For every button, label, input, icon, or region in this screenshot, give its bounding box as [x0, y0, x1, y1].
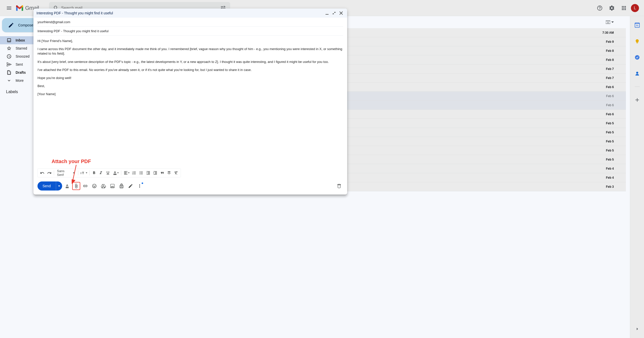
svg-rect-6: [607, 23, 609, 23]
gear-icon: [609, 5, 615, 11]
apps-icon: [621, 5, 627, 11]
bulleted-list-icon: [139, 171, 143, 175]
annotation-label: Attach your PDF: [52, 159, 91, 164]
send-button[interactable]: Send: [37, 181, 62, 191]
confidential-mode-button[interactable]: [117, 182, 126, 190]
mail-date: Feb 7: [606, 67, 622, 71]
more-options-button[interactable]: [136, 182, 144, 190]
bulleted-list-button[interactable]: [138, 169, 145, 176]
compose-body[interactable]: Hi [Your Friend's Name], I came across t…: [33, 36, 347, 168]
svg-rect-17: [66, 187, 69, 188]
contacts-icon: [635, 71, 640, 76]
insert-signature-button[interactable]: [127, 182, 135, 190]
lock-clock-icon: [119, 183, 124, 189]
font-size-icon: TT: [80, 171, 86, 175]
file-icon: [7, 70, 12, 75]
support-button[interactable]: [595, 3, 605, 13]
to-field[interactable]: yourfriend@gmail.com: [37, 18, 343, 27]
clock-icon: [7, 54, 12, 59]
underline-icon: [106, 171, 110, 175]
subject-field[interactable]: Interesting PDF - Thought you might find…: [37, 27, 343, 36]
format-toolbar: Sans Serif TT: [37, 168, 181, 177]
sidebar-item-label: Snoozed: [16, 54, 29, 58]
star-icon: [7, 46, 12, 51]
hide-panel-button[interactable]: [632, 324, 642, 334]
remove-format-button[interactable]: [173, 169, 180, 176]
svg-point-11: [635, 55, 639, 60]
keep-addon[interactable]: [632, 36, 642, 46]
indent-more-button[interactable]: [152, 169, 159, 176]
undo-button[interactable]: [39, 169, 46, 176]
sidebar-item-label: Drafts: [16, 70, 26, 74]
keyboard-icon: [606, 20, 610, 24]
compose-label: Compose: [18, 23, 33, 27]
inbox-icon: [7, 38, 12, 43]
right-side-panel: 31: [630, 16, 644, 338]
svg-rect-1: [607, 21, 607, 22]
get-addons-button[interactable]: [632, 95, 642, 105]
insert-emoji-button[interactable]: [90, 182, 98, 190]
sidebar-item-label: More: [16, 79, 24, 83]
apps-button[interactable]: [619, 3, 629, 13]
input-tools[interactable]: [606, 20, 614, 24]
send-button-main[interactable]: Send: [37, 181, 56, 191]
settings-button[interactable]: [607, 3, 617, 13]
calendar-addon[interactable]: 31: [632, 20, 642, 30]
svg-rect-0: [606, 21, 610, 24]
dropdown-icon: [58, 185, 60, 187]
underline-button[interactable]: [104, 169, 111, 176]
svg-text:T: T: [82, 171, 84, 175]
main-menu-button[interactable]: [3, 2, 15, 14]
minimize-button[interactable]: [324, 10, 330, 16]
numbered-list-button[interactable]: [131, 169, 138, 176]
compose-title: Interesting PDF - Thought you might find…: [36, 11, 324, 15]
account-avatar[interactable]: L: [631, 4, 639, 12]
mail-date: Feb 5: [606, 122, 622, 125]
pen-icon: [128, 183, 133, 189]
tasks-addon[interactable]: [632, 52, 642, 62]
mail-date: Feb 8: [606, 58, 622, 62]
formatting-options-button[interactable]: [63, 182, 71, 190]
font-size-button[interactable]: TT: [79, 169, 88, 176]
close-button[interactable]: [338, 10, 344, 16]
fullscreen-button[interactable]: [331, 10, 337, 16]
indent-less-button[interactable]: [145, 169, 152, 176]
image-icon: [110, 183, 115, 189]
insert-link-button[interactable]: [81, 182, 89, 190]
indent-less-icon: [146, 171, 150, 175]
strikethrough-button[interactable]: [166, 169, 173, 176]
svg-text:T: T: [80, 172, 82, 175]
mail-date: Feb 5: [606, 149, 622, 152]
text-color-icon: [113, 171, 117, 175]
sidebar-item-label: Sent: [16, 62, 23, 66]
mail-date: Feb 5: [606, 158, 622, 161]
svg-rect-16: [113, 174, 116, 175]
bold-icon: [92, 171, 96, 175]
indent-more-icon: [153, 171, 157, 175]
quote-button[interactable]: [159, 169, 166, 176]
trash-icon: [337, 183, 342, 189]
gmail-icon: [16, 5, 23, 11]
align-button[interactable]: [122, 169, 131, 176]
compose-footer: Send: [33, 179, 347, 195]
svg-rect-4: [609, 21, 609, 22]
text-color-button[interactable]: [111, 169, 120, 176]
italic-button[interactable]: [97, 169, 104, 176]
mail-date: Feb 4: [606, 176, 622, 179]
contacts-addon[interactable]: [632, 68, 642, 79]
redo-button[interactable]: [46, 169, 53, 176]
send-options-button[interactable]: [56, 181, 62, 191]
mail-date: Feb 5: [606, 131, 622, 134]
discard-draft-button[interactable]: [335, 182, 343, 190]
bold-button[interactable]: [91, 169, 98, 176]
send-icon: [7, 62, 12, 67]
redo-icon: [47, 171, 52, 175]
mail-date: Feb 4: [606, 167, 622, 170]
insert-drive-button[interactable]: [99, 182, 107, 190]
insert-photo-button[interactable]: [108, 182, 116, 190]
text-format-icon: [65, 183, 70, 189]
tasks-icon: [635, 55, 640, 60]
compose-header[interactable]: Interesting PDF - Thought you might find…: [33, 9, 347, 18]
annotation-arrow: [72, 165, 79, 184]
chevron-right-icon: [635, 326, 640, 331]
